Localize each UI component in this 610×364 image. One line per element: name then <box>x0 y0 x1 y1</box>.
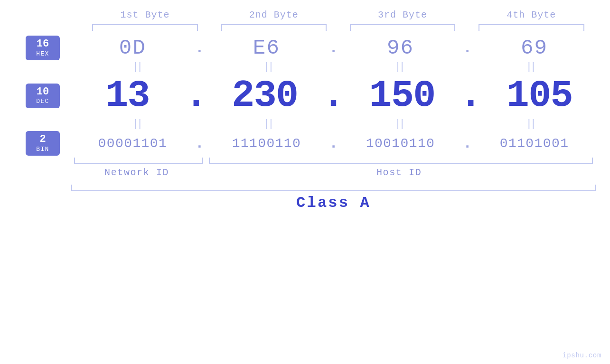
hex-byte3-cell: 96 <box>339 36 462 60</box>
bin-dot2: . <box>329 135 338 152</box>
eq2-cell3: || <box>334 118 465 130</box>
hex-base-number: 16 <box>37 38 49 50</box>
dec-byte2-value: 230 <box>232 74 298 117</box>
network-id-label: Network ID <box>71 167 202 178</box>
hex-byte4-value: 69 <box>521 36 548 60</box>
eq1-sign4: || <box>526 61 535 73</box>
top-bracket-3 <box>350 24 455 31</box>
top-bracket-1 <box>92 24 197 31</box>
bracket-cell-3 <box>338 24 467 31</box>
hex-bytes: 0D . E6 . 96 . 69 <box>71 36 596 60</box>
class-section: Class A <box>14 185 596 212</box>
hex-dot1: . <box>195 39 204 57</box>
host-id-bracket <box>209 158 593 164</box>
top-brackets <box>14 24 596 31</box>
bracket-cell-4 <box>467 24 596 31</box>
bin-byte2-cell: 11100110 <box>205 136 328 151</box>
hex-byte1-cell: 0D <box>71 36 194 60</box>
top-bracket-2 <box>221 24 327 31</box>
dec-byte3-cell: 150 <box>346 74 459 117</box>
dec-byte3-value: 150 <box>369 74 435 117</box>
hex-byte2-value: E6 <box>253 36 280 60</box>
eq1-cell4: || <box>465 61 596 73</box>
bin-byte4-value: 01101001 <box>500 136 569 151</box>
bottom-brackets <box>71 158 596 164</box>
bin-label-container: 2 BIN <box>14 131 71 156</box>
hex-byte1-value: 0D <box>119 36 146 60</box>
top-bracket-4 <box>479 24 584 31</box>
eq1-sign2: || <box>263 61 272 73</box>
dec-label-container: 10 DEC <box>14 84 71 108</box>
bin-byte3-cell: 10010110 <box>339 136 462 151</box>
hex-row: 16 HEX 0D . E6 . 96 . 69 <box>14 36 596 60</box>
equals-row-2: || || || || <box>14 118 596 130</box>
bin-base-number: 2 <box>39 134 46 145</box>
eq1-sign3: || <box>394 61 403 73</box>
dec-byte2-cell: 230 <box>208 74 321 117</box>
bin-byte2-value: 11100110 <box>232 136 301 151</box>
byte2-header: 2nd Byte <box>209 9 338 20</box>
hex-base-text: HEX <box>36 50 49 57</box>
network-id-bracket <box>74 158 203 164</box>
eq2-cell1: || <box>71 118 202 130</box>
hex-label-box: 16 HEX <box>26 36 60 60</box>
dec-byte4-value: 105 <box>507 74 572 117</box>
bin-byte4-cell: 01101001 <box>473 136 596 151</box>
class-label: Class A <box>71 194 596 212</box>
hex-dot3: . <box>463 39 472 57</box>
eq2-sign2: || <box>263 118 272 130</box>
hex-dot2: . <box>329 39 338 57</box>
eq1-cell1: || <box>71 61 202 73</box>
bracket-cell-2 <box>209 24 338 31</box>
bracket-cell-1 <box>81 24 209 31</box>
byte3-header: 3rd Byte <box>338 9 467 20</box>
bin-byte1-cell: 00001101 <box>71 136 194 151</box>
eq1-sign1: || <box>132 61 141 73</box>
bin-label-box: 2 BIN <box>26 131 60 156</box>
bin-byte1-value: 00001101 <box>98 136 168 151</box>
dec-bytes: 13 . 230 . 150 . 105 <box>71 74 596 117</box>
eq2-cell2: || <box>202 118 333 130</box>
eq2-sign1: || <box>132 118 141 130</box>
hex-label-container: 16 HEX <box>14 36 71 60</box>
dec-dot2: . <box>322 74 345 117</box>
bottom-section: Network ID Host ID <box>14 158 596 178</box>
equals-row-1: || || || || <box>14 61 596 73</box>
hex-byte2-cell: E6 <box>205 36 328 60</box>
bin-byte3-value: 10010110 <box>366 136 435 151</box>
byte-headers: 1st Byte 2nd Byte 3rd Byte 4th Byte <box>14 9 596 20</box>
dec-byte4-cell: 105 <box>483 74 596 117</box>
bin-dot1: . <box>195 135 204 152</box>
class-bracket <box>71 185 596 191</box>
dec-label-box: 10 DEC <box>26 84 60 108</box>
dec-base-number: 10 <box>37 86 49 98</box>
eq2-cell4: || <box>465 118 596 130</box>
bottom-labels: Network ID Host ID <box>71 167 596 178</box>
hex-byte4-cell: 69 <box>473 36 596 60</box>
bin-base-text: BIN <box>36 146 49 153</box>
bin-row: 2 BIN 00001101 . 11100110 . 10010110 . 0… <box>14 131 596 156</box>
bin-bytes: 00001101 . 11100110 . 10010110 . 0110100… <box>71 135 596 152</box>
watermark: ipshu.com <box>563 352 601 359</box>
hex-byte3-value: 96 <box>387 36 414 60</box>
eq2-sign3: || <box>394 118 403 130</box>
eq1-cell2: || <box>202 61 333 73</box>
dec-row: 10 DEC 13 . 230 . 150 . 105 <box>14 74 596 117</box>
main-container: 1st Byte 2nd Byte 3rd Byte 4th Byte 16 H… <box>0 0 610 364</box>
dec-byte1-cell: 13 <box>71 74 184 117</box>
host-id-label: Host ID <box>202 167 596 178</box>
dec-dot3: . <box>460 74 482 117</box>
dec-byte1-value: 13 <box>105 74 150 117</box>
byte4-header: 4th Byte <box>467 9 596 20</box>
eq1-cell3: || <box>334 61 465 73</box>
bin-dot3: . <box>463 135 472 152</box>
dec-base-text: DEC <box>36 98 49 105</box>
byte1-header: 1st Byte <box>81 9 209 20</box>
eq2-sign4: || <box>526 118 535 130</box>
dec-dot1: . <box>185 74 207 117</box>
